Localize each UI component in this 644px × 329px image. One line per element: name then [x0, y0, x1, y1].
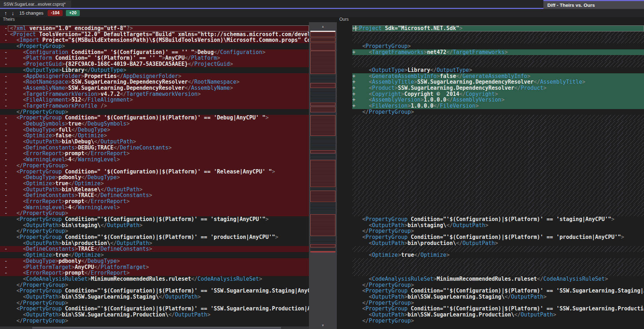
theirs-code-line[interactable]: - <AppDesignerFolder>Properties</AppDesi… [0, 73, 309, 79]
theirs-code-line[interactable]: - <PropertyGroup Condition=" '$(Configur… [0, 169, 309, 175]
minimap-change-marker[interactable] [310, 103, 335, 106]
theirs-code-line[interactable]: - <TargetFrameworkProfile /> [0, 103, 309, 109]
ours-code-line[interactable] [352, 246, 644, 252]
ours-code-line[interactable]: <OutputPath>bin\SSW.SugarLearning.Stagin… [352, 294, 644, 300]
theirs-code-line[interactable]: -<?xml version="1.0" encoding="utf-8"?> [0, 25, 309, 31]
theirs-code-line[interactable]: - <DebugType>full</DebugType> [0, 127, 309, 133]
theirs-code-line[interactable]: - <DebugSymbols>true</DebugSymbols> [0, 121, 309, 127]
theirs-code-line[interactable]: - <Optimize>true</Optimize> [0, 181, 309, 187]
theirs-code-line[interactable]: - <Configuration Condition=" '$(Configur… [0, 49, 309, 55]
theirs-code-line[interactable]: <CodeAnalysisRuleSet>MinimumRecommendedR… [0, 276, 309, 282]
ours-code-line[interactable]: <CodeAnalysisRuleSet>MinimumRecommendedR… [352, 276, 644, 282]
ours-code-line[interactable] [352, 133, 644, 139]
ours-code-line[interactable] [352, 121, 644, 127]
ours-code-line[interactable]: <OutputType>Library</OutputType> [352, 67, 644, 73]
theirs-code-line[interactable]: - <FileAlignment>512</FileAlignment> [0, 97, 309, 103]
theirs-code-line[interactable]: <PropertyGroup Condition="'$(Configurati… [0, 216, 309, 222]
ours-code-line[interactable] [352, 37, 644, 43]
theirs-code-line[interactable]: - <TargetFrameworkVersion>v4.7.2</Target… [0, 91, 309, 97]
theirs-code-line[interactable]: <OutputPath>bin\production\</OutputPath> [0, 240, 309, 246]
scroll-down-button[interactable]: ▼ [309, 324, 337, 327]
ours-code-line[interactable] [352, 264, 644, 270]
ours-code-line[interactable] [352, 187, 644, 193]
theirs-code-line[interactable]: - <DefineConstants>TRACE</DefineConstant… [0, 246, 309, 252]
ours-code-line[interactable] [352, 270, 644, 276]
theirs-code-line[interactable]: - <WarningLevel>4</WarningLevel> [0, 205, 309, 211]
theirs-code-line[interactable]: <PropertyGroup Condition="'$(Configurati… [0, 288, 309, 294]
document-tab[interactable]: SSW.SugarLear...esolver.csproj* [0, 0, 71, 8]
theirs-code-line[interactable]: - <ErrorReport>prompt</ErrorReport> [0, 198, 309, 205]
ours-code-line[interactable]: </PropertyGroup> [352, 318, 644, 324]
theirs-code-line[interactable]: - <PropertyGroup Condition=" '$(Configur… [0, 115, 309, 121]
ours-code-line[interactable] [352, 198, 644, 205]
theirs-code-line[interactable]: - <DebugType>pdbonly</DebugType> [0, 258, 309, 264]
ours-code-line[interactable]: <PropertyGroup Condition="'$(Configurati… [352, 234, 644, 240]
ours-code-line[interactable]: + <Copyright>Copyright © 2014</Copyright… [352, 91, 644, 97]
minimap-change-marker[interactable] [310, 38, 335, 42]
theirs-pane[interactable]: -<?xml version="1.0" encoding="utf-8"?>-… [0, 22, 309, 329]
minimap-change-marker[interactable] [310, 115, 335, 136]
minimap-change-marker[interactable] [310, 244, 335, 247]
ours-code-line[interactable]: </PropertyGroup> [352, 300, 644, 306]
minimap-change-marker[interactable] [310, 160, 335, 187]
ours-code-line[interactable]: <PropertyGroup Condition="'$(Configurati… [352, 216, 644, 222]
theirs-code-line[interactable]: - <RootNamespace>SSW.SugarLearning.Depen… [0, 79, 309, 85]
ours-code-line[interactable]: <OutputPath>bin\production\</OutputPath> [352, 240, 644, 246]
minimap-change-marker[interactable] [310, 32, 335, 37]
ours-code-line[interactable]: <OutputPath>bin\staging\</OutputPath> [352, 222, 644, 229]
theirs-code-line[interactable]: - <DebugType>pdbonly</DebugType> [0, 175, 309, 181]
horizontal-scrollbar-thumb[interactable] [32, 327, 281, 329]
theirs-code-line[interactable]: </PropertyGroup> [0, 282, 309, 288]
minimap-change-marker[interactable] [310, 107, 335, 112]
theirs-code-line[interactable]: </PropertyGroup> [0, 300, 309, 306]
minimap-change-marker[interactable] [310, 43, 335, 50]
theirs-code-line[interactable]: -<Project ToolsVersion="12.0" DefaultTar… [0, 31, 309, 38]
theirs-code-line[interactable]: <PropertyGroup Condition="'$(Configurati… [0, 306, 309, 312]
theirs-code-line[interactable]: - <OutputPath>bin\Release\</OutputPath> [0, 187, 309, 193]
ours-code-line[interactable] [352, 115, 644, 121]
ours-code-line[interactable]: <PropertyGroup Condition="'$(Configurati… [352, 306, 644, 312]
ours-code-line[interactable]: <OutputPath>bin\SSW.SugarLearning.Produc… [352, 312, 644, 318]
theirs-code-line[interactable]: - <Optimize>false</Optimize> [0, 133, 309, 139]
ours-code-line[interactable] [352, 205, 644, 211]
ours-code-line[interactable]: <PropertyGroup Condition="'$(Configurati… [352, 288, 644, 294]
diff-window-title-tab[interactable]: Diff - Theirs vs. Ours [543, 0, 644, 9]
ours-code-line[interactable]: </PropertyGroup> [352, 109, 644, 115]
theirs-code-line[interactable]: <PropertyGroup Condition="'$(Configurati… [0, 234, 309, 240]
ours-code-line[interactable]: <PropertyGroup> [352, 43, 644, 49]
ours-code-line[interactable] [352, 61, 644, 67]
theirs-code-line[interactable]: - <WarningLevel>4</WarningLevel> [0, 157, 309, 163]
minimap-change-marker[interactable] [310, 191, 335, 202]
ours-code-line[interactable]: + <AssemblyVersion>1.0.0.0</AssemblyVers… [352, 97, 644, 103]
theirs-code-line[interactable]: - <ErrorReport>prompt</ErrorReport> [0, 270, 309, 276]
theirs-code-line[interactable]: </PropertyGroup> [0, 318, 309, 324]
ours-code-line[interactable]: + <AssemblyTitle>SSW.SugarLearning.Depen… [352, 79, 644, 85]
theirs-code-line[interactable]: - <AssemblyName>SSW.SugarLearning.Depend… [0, 85, 309, 91]
theirs-code-line[interactable]: <OutputPath>bin\staging\</OutputPath> [0, 222, 309, 229]
ours-code-line[interactable] [352, 169, 644, 175]
minimap-change-marker[interactable] [310, 150, 335, 153]
ours-code-line[interactable] [352, 151, 644, 157]
scrollbar-minimap[interactable]: ▲ ▼ [309, 22, 337, 329]
theirs-code-line[interactable]: - <PlatformTarget>AnyCPU</PlatformTarget… [0, 264, 309, 270]
horizontal-scrollbar[interactable] [0, 326, 309, 329]
ours-code-line[interactable]: +<Project Sdk="Microsoft.NET.Sdk"> [352, 25, 644, 31]
ours-code-line[interactable]: </PropertyGroup> [352, 228, 644, 234]
theirs-code-line[interactable]: - <OutputPath>bin\Debug\</OutputPath> [0, 139, 309, 145]
theirs-code-line[interactable]: - <ProjectGuid>{82FC9AC0-168C-4019-BA27-… [0, 61, 309, 67]
theirs-code-line[interactable]: <OutputPath>bin\SSW.SugarLearning.Stagin… [0, 294, 309, 300]
scroll-up-button[interactable]: ▲ [309, 25, 337, 28]
ours-code-line[interactable]: + <FileVersion>1.0.0.0</FileVersion> [352, 103, 644, 109]
theirs-code-line[interactable]: - </PropertyGroup> [0, 163, 309, 169]
ours-code-line[interactable] [352, 175, 644, 181]
ours-code-line[interactable] [352, 145, 644, 151]
theirs-code-line[interactable]: - </PropertyGroup> [0, 210, 309, 216]
ours-code-line[interactable] [352, 258, 644, 264]
theirs-code-line[interactable]: - <Import Project="$(MSBuildExtensionsPa… [0, 37, 309, 43]
ours-code-line[interactable] [352, 139, 644, 145]
ours-code-line[interactable] [352, 163, 644, 169]
next-change-button[interactable]: ↓ [9, 10, 16, 16]
ours-pane[interactable]: +<Project Sdk="Microsoft.NET.Sdk"> <Prop… [337, 22, 644, 329]
theirs-code-line[interactable]: - <ErrorReport>prompt</ErrorReport> [0, 151, 309, 157]
theirs-code-line[interactable]: <OutputPath>bin\SSW.SugarLearning.Produc… [0, 312, 309, 318]
